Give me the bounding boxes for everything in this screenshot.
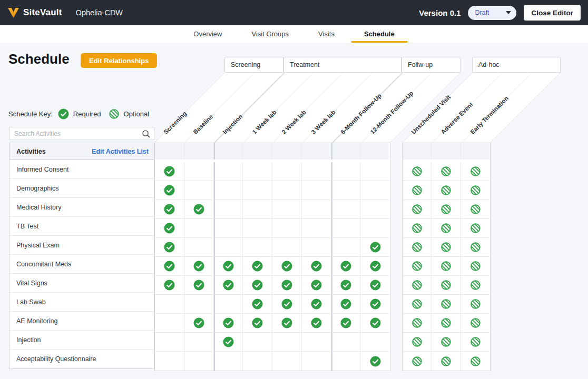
edit-activities-list-link[interactable]: Edit Activities List [92, 148, 149, 155]
schedule-cell[interactable] [360, 314, 390, 333]
schedule-cell[interactable] [403, 352, 432, 371]
schedule-cell[interactable] [302, 257, 331, 276]
schedule-cell[interactable] [331, 333, 361, 352]
schedule-cell[interactable] [331, 162, 361, 181]
schedule-cell[interactable] [302, 200, 331, 219]
schedule-cell[interactable] [461, 333, 490, 352]
schedule-cell[interactable] [360, 181, 390, 200]
schedule-cell[interactable] [155, 257, 184, 276]
schedule-cell[interactable] [461, 276, 490, 295]
schedule-cell[interactable] [360, 219, 390, 238]
schedule-cell[interactable] [214, 219, 243, 238]
schedule-cell[interactable] [403, 257, 432, 276]
schedule-cell[interactable] [155, 181, 184, 200]
schedule-cell[interactable] [184, 181, 214, 200]
search-input[interactable] [9, 130, 142, 137]
schedule-cell[interactable] [155, 219, 184, 238]
schedule-cell[interactable] [214, 162, 243, 181]
schedule-cell[interactable] [214, 276, 243, 295]
schedule-cell[interactable] [184, 276, 214, 295]
schedule-cell[interactable] [302, 295, 331, 314]
schedule-cell[interactable] [184, 162, 214, 181]
schedule-cell[interactable] [331, 219, 361, 238]
schedule-cell[interactable] [403, 314, 432, 333]
schedule-cell[interactable] [432, 200, 460, 219]
schedule-cell[interactable] [403, 333, 432, 352]
schedule-cell[interactable] [243, 181, 272, 200]
schedule-cell[interactable] [432, 219, 460, 238]
schedule-cell[interactable] [302, 314, 331, 333]
schedule-cell[interactable] [155, 333, 184, 352]
schedule-cell[interactable] [360, 162, 390, 181]
schedule-cell[interactable] [155, 295, 184, 314]
schedule-cell[interactable] [272, 162, 302, 181]
schedule-cell[interactable] [302, 181, 331, 200]
schedule-cell[interactable] [360, 352, 390, 371]
schedule-cell[interactable] [461, 352, 490, 371]
schedule-cell[interactable] [331, 238, 361, 257]
schedule-cell[interactable] [184, 238, 214, 257]
schedule-cell[interactable] [331, 276, 361, 295]
schedule-cell[interactable] [184, 219, 214, 238]
schedule-cell[interactable] [403, 276, 432, 295]
schedule-cell[interactable] [155, 238, 184, 257]
tab-schedule[interactable]: Schedule [351, 25, 407, 43]
schedule-cell[interactable] [243, 257, 272, 276]
schedule-cell[interactable] [272, 238, 302, 257]
tab-visits[interactable]: Visits [306, 25, 347, 43]
schedule-cell[interactable] [331, 257, 361, 276]
schedule-cell[interactable] [243, 238, 272, 257]
status-dropdown[interactable]: Draft [468, 6, 516, 20]
schedule-cell[interactable] [272, 257, 302, 276]
schedule-cell[interactable] [461, 238, 490, 257]
edit-relationships-button[interactable]: Edit Relationships [81, 53, 157, 68]
schedule-cell[interactable] [214, 314, 243, 333]
schedule-cell[interactable] [403, 181, 432, 200]
schedule-cell[interactable] [243, 333, 272, 352]
schedule-cell[interactable] [184, 257, 214, 276]
schedule-cell[interactable] [214, 295, 243, 314]
schedule-cell[interactable] [184, 295, 214, 314]
schedule-cell[interactable] [403, 238, 432, 257]
schedule-cell[interactable] [214, 352, 243, 371]
schedule-cell[interactable] [155, 276, 184, 295]
schedule-cell[interactable] [214, 333, 243, 352]
schedule-cell[interactable] [360, 200, 390, 219]
schedule-cell[interactable] [272, 314, 302, 333]
schedule-cell[interactable] [331, 352, 361, 371]
schedule-cell[interactable] [403, 162, 432, 181]
tab-overview[interactable]: Overview [181, 25, 234, 43]
schedule-cell[interactable] [243, 276, 272, 295]
schedule-cell[interactable] [432, 162, 460, 181]
schedule-cell[interactable] [461, 257, 490, 276]
schedule-cell[interactable] [272, 333, 302, 352]
schedule-cell[interactable] [403, 219, 432, 238]
schedule-cell[interactable] [155, 352, 184, 371]
schedule-cell[interactable] [432, 314, 460, 333]
schedule-cell[interactable] [243, 219, 272, 238]
schedule-cell[interactable] [302, 162, 331, 181]
schedule-cell[interactable] [360, 238, 390, 257]
schedule-cell[interactable] [461, 295, 490, 314]
schedule-cell[interactable] [184, 200, 214, 219]
close-editor-button[interactable]: Close Editor [524, 5, 581, 21]
schedule-cell[interactable] [432, 181, 460, 200]
schedule-cell[interactable] [214, 181, 243, 200]
schedule-cell[interactable] [331, 314, 361, 333]
schedule-cell[interactable] [243, 314, 272, 333]
schedule-cell[interactable] [461, 162, 490, 181]
schedule-cell[interactable] [243, 200, 272, 219]
schedule-cell[interactable] [432, 238, 460, 257]
schedule-cell[interactable] [432, 352, 460, 371]
schedule-cell[interactable] [155, 200, 184, 219]
schedule-cell[interactable] [272, 219, 302, 238]
schedule-cell[interactable] [243, 162, 272, 181]
schedule-cell[interactable] [432, 276, 460, 295]
schedule-cell[interactable] [432, 257, 460, 276]
schedule-cell[interactable] [461, 314, 490, 333]
schedule-cell[interactable] [243, 352, 272, 371]
schedule-cell[interactable] [155, 162, 184, 181]
schedule-cell[interactable] [302, 352, 331, 371]
schedule-cell[interactable] [272, 181, 302, 200]
schedule-cell[interactable] [302, 219, 331, 238]
